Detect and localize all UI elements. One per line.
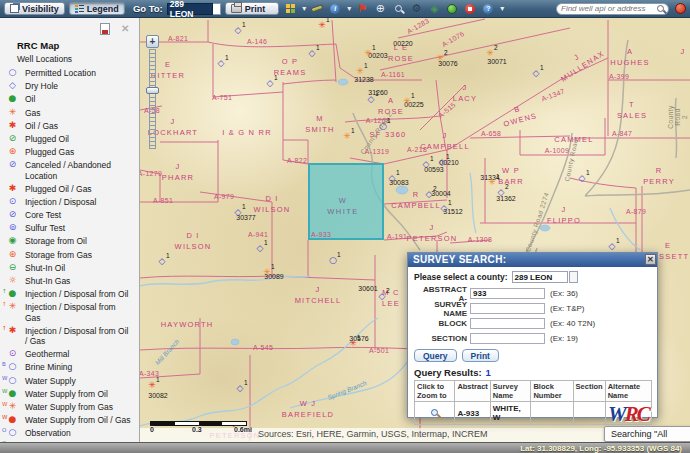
legend-item: ✳Gas — [0, 106, 139, 119]
field-input[interactable] — [470, 318, 545, 329]
legend-item: ⊚Sulfur Test — [0, 221, 139, 234]
parcel-tool-button[interactable]: ◈ — [427, 2, 441, 16]
field-input[interactable] — [470, 333, 545, 344]
legend-button[interactable]: Legend — [69, 2, 125, 15]
legend-title: RRC Map — [0, 38, 139, 52]
zoom-slider[interactable]: + — [146, 35, 159, 149]
results-column-header: Section — [573, 381, 605, 402]
help-caret-icon: ▾ — [500, 4, 504, 13]
crosshair-icon: ⊕ — [376, 2, 385, 15]
legend-symbol-icon: ○B — [0, 361, 25, 372]
legend-symbol-icon: ○W — [0, 375, 25, 386]
visibility-icon — [10, 4, 19, 13]
legend-item: ◇Dry Hole — [0, 79, 139, 92]
zoom-to-result-icon[interactable] — [431, 409, 438, 416]
county-select[interactable]: 289 LEON — [512, 271, 568, 283]
legend-item: ☼Shut-In Gas — [0, 274, 139, 287]
legend-symbol-icon: ⊘ — [0, 159, 25, 170]
search-field-row: SECTION(Ex: 19) — [414, 331, 651, 346]
zoom-slider-handle[interactable] — [146, 87, 159, 94]
export-document-icon[interactable] — [100, 23, 110, 35]
legend-item-label: Dry Hole — [25, 80, 133, 91]
diamond-icon: ◈ — [430, 3, 438, 14]
gear-icon: ⚙ — [411, 2, 421, 15]
legend-close-icon[interactable]: ✕ — [121, 23, 129, 34]
legend-item: ⊘Canceled / Abandoned Location — [0, 158, 139, 181]
results-column-header: Block Number — [531, 381, 573, 402]
record-button[interactable] — [463, 2, 477, 16]
legend-item: ○OObservation — [0, 426, 139, 439]
flag-tool-button[interactable]: ⚑ — [355, 2, 369, 16]
legend-item: ✳WWater Supply from Gas — [0, 400, 139, 413]
results-table-head: Click to Zoom toAbstractSurvey NameBlock… — [415, 381, 652, 402]
basemap-caret-icon: ▾ — [302, 4, 306, 13]
dialog-close-icon[interactable]: ✕ — [645, 254, 656, 265]
results-cell — [531, 402, 573, 425]
field-label: SURVEY NAME — [414, 300, 470, 318]
results-cell: A-933 — [455, 402, 490, 425]
settings-button[interactable]: ⚙ — [409, 2, 423, 16]
results-column-header: Survey Name — [490, 381, 531, 402]
goto-label: Go To: — [133, 3, 163, 14]
field-input[interactable] — [470, 303, 545, 314]
legend-item: ⊙Geothermal — [0, 347, 139, 360]
identify-button[interactable]: i — [328, 2, 342, 16]
results-column-header: Abstract — [455, 381, 490, 402]
results-cell — [573, 402, 605, 425]
legend-symbol-icon: ⊛ — [0, 249, 25, 260]
legend-item: ○BBrine Mining — [0, 360, 139, 373]
visibility-button[interactable]: Visibility — [4, 2, 65, 15]
field-hint: (Ex: 40 T2N) — [545, 319, 595, 328]
legend-symbol-icon: ○O — [0, 427, 25, 438]
legend-symbol-icon: ⊚ — [0, 222, 25, 233]
zoom-tool-button[interactable] — [391, 2, 405, 16]
center-tool-button[interactable]: ⊕ — [373, 2, 387, 16]
legend-item: ✱Plugged Oil / Gas — [0, 182, 139, 195]
globe-button[interactable] — [445, 2, 459, 16]
dialog-titlebar[interactable]: SURVEY SEARCH: ✕ — [408, 253, 657, 267]
zoom-slider-track[interactable] — [149, 49, 156, 149]
legend-item-label: Storage from Gas — [25, 249, 133, 260]
results-column-header: Click to Zoom to — [415, 381, 455, 402]
legend-item-label: Geothermal — [25, 348, 133, 359]
legend-symbol-icon: ◇ — [0, 80, 25, 91]
legend-item-label: Plugged Oil — [25, 133, 133, 144]
print-button[interactable]: Print ▾ — [225, 2, 280, 15]
zoom-in-button[interactable]: + — [146, 35, 159, 48]
scale-zero: 0 — [150, 426, 154, 433]
legend-symbol-icon: ●↑ — [0, 288, 25, 299]
goto-input-end[interactable] — [213, 3, 221, 15]
printer-icon — [231, 4, 242, 13]
results-cell[interactable] — [415, 402, 455, 425]
legend-item: ✱↑Injection / Disposal from Oil / Gas — [0, 324, 139, 347]
field-input[interactable] — [470, 288, 545, 299]
field-label: SECTION — [414, 334, 470, 343]
searching-tooltip: Searching "All — [604, 426, 690, 442]
goto-input[interactable]: 289 LEON — [167, 3, 213, 15]
search-fields: ABSTRACT A-(Ex: 36)SURVEY NAME(Ex: T&P)B… — [414, 286, 651, 346]
legend-symbol-icon: ✳↑ — [0, 301, 25, 312]
info-icon: i — [330, 4, 340, 14]
help-button[interactable]: ? — [481, 2, 495, 16]
well-search-input[interactable] — [561, 4, 654, 13]
survey-search-dialog: SURVEY SEARCH: ✕ Please select a county:… — [407, 252, 658, 418]
dialog-print-button[interactable]: Print — [462, 349, 499, 362]
legend-item: ◉Storage from Oil — [0, 234, 139, 247]
query-button[interactable]: Query — [414, 349, 457, 362]
basemap-button[interactable] — [283, 2, 297, 16]
legend-item-label: Water Supply from Oil — [25, 388, 133, 399]
legend-item-label: Brine Mining — [25, 361, 133, 372]
legend-item-label: Permitted Location — [25, 67, 133, 78]
measure-button[interactable] — [310, 2, 324, 16]
ruler-icon — [311, 4, 324, 13]
coordinates-statusbar: Lat: 31.308829, Long: -95.933353 (WGS 84… — [0, 442, 690, 453]
well-search-box[interactable] — [556, 3, 669, 15]
search-field-row: SURVEY NAME(Ex: T&P) — [414, 301, 651, 316]
legend-item: ●WWater Supply from Oil — [0, 387, 139, 400]
globe-icon — [447, 4, 457, 14]
legend-item-label: Canceled / Abandoned Location — [25, 159, 133, 180]
county-select-stub[interactable] — [569, 271, 578, 283]
alert-icon[interactable] — [675, 3, 686, 14]
legend-item-label: Storage from Oil — [25, 235, 133, 246]
legend-item: ⊘Plugged Oil — [0, 132, 139, 145]
